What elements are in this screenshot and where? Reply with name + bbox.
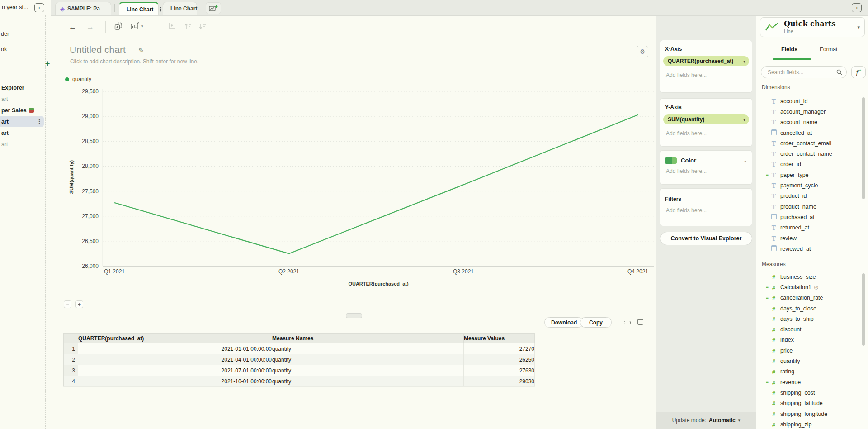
dimension-field-item[interactable]: purchased_at [758, 212, 865, 222]
measure-field-item[interactable]: =#revenue [758, 377, 865, 387]
zoom-in-button[interactable]: + [75, 300, 83, 308]
new-tab-button[interactable] [206, 2, 221, 14]
measure-field-item[interactable]: #quantity [758, 356, 865, 366]
quarter-cell[interactable]: 2021-04-01 00:00:00 [78, 354, 272, 365]
measure-field-item[interactable]: #rating [758, 367, 865, 377]
sidebar-item-clipped[interactable]: der [1, 31, 9, 37]
measure-field-item[interactable]: #index [758, 335, 865, 345]
measure-field-item[interactable]: #days_to_close [758, 303, 865, 314]
y-axis-dropzone[interactable]: Add fields here... [666, 130, 752, 137]
edit-title-icon[interactable]: ✎ [136, 46, 147, 55]
chart-legend[interactable]: quantity [65, 76, 91, 82]
chevron-down-icon[interactable]: ▾ [743, 117, 745, 122]
table-row[interactable]: 22021-04-01 00:00:00quantity26250 [64, 354, 535, 365]
measure-field-item[interactable]: #days_to_ship [758, 314, 865, 324]
tab-menu-icon[interactable]: ⋮ [158, 6, 163, 13]
color-dropzone[interactable]: Add fields here... [666, 168, 752, 174]
sidebar-item-clipped[interactable]: ok [1, 46, 7, 52]
column-header[interactable]: Measure Names [272, 334, 464, 343]
zoom-out-button[interactable]: − [64, 300, 71, 308]
sidebar-item[interactable]: art [0, 138, 44, 150]
dimension-field-item[interactable]: reviewed_at [758, 243, 865, 254]
maximize-results-icon[interactable] [637, 319, 643, 325]
measure-field-item[interactable]: #shipping_longitude [758, 409, 865, 419]
table-row[interactable]: 12021-01-01 00:00:00quantity27270 [64, 343, 535, 354]
sort-descending-button-disabled[interactable] [198, 22, 207, 31]
measure-field-item[interactable]: #shipping_latitude [758, 398, 865, 409]
tab-workbook[interactable]: ◈ SAMPLE: Pa... [55, 2, 111, 15]
search-fields-input[interactable] [767, 69, 832, 76]
tab-fields[interactable]: Fields [781, 46, 797, 52]
sidebar-item[interactable]: art [0, 127, 44, 138]
copy-button[interactable]: Copy [580, 317, 612, 328]
dimension-field-item[interactable]: Torder_contact_name [758, 148, 865, 159]
chart-title[interactable]: Untitled chart [70, 44, 126, 55]
dimensions-scrollbar[interactable] [862, 97, 865, 199]
dimension-field-item[interactable]: Taccount_manager [758, 106, 865, 117]
dimension-field-item[interactable]: Treview [758, 233, 865, 243]
update-mode-value[interactable]: Automatic [709, 417, 736, 424]
swap-axes-button-disabled[interactable] [167, 22, 176, 31]
color-swatch-icon[interactable] [665, 157, 677, 164]
redo-button[interactable]: → [86, 23, 94, 32]
measure-field-item[interactable]: =#cancellation_rate [758, 293, 865, 303]
y-axis-field-pill[interactable]: SUM(quantity) ▾ [663, 114, 749, 124]
chevron-down-icon[interactable]: ▾ [738, 418, 741, 423]
quarter-cell[interactable]: 2021-01-01 00:00:00 [78, 343, 272, 354]
dimension-field-item[interactable]: Torder_id [758, 159, 865, 170]
measures-scrollbar[interactable] [862, 273, 865, 346]
dimension-field-item[interactable]: Torder_contact_email [758, 138, 865, 148]
filters-dropzone[interactable]: Add fields here... [666, 207, 752, 214]
measure-value-cell[interactable]: 27630 [464, 365, 535, 376]
x-axis-dropzone[interactable]: Add fields here... [666, 72, 752, 78]
convert-to-visual-explorer-button[interactable]: Convert to Visual Explorer [660, 232, 752, 245]
measure-name-cell[interactable]: quantity [272, 376, 464, 387]
tab-line-chart[interactable]: Line Chart [163, 2, 197, 15]
quarter-cell[interactable]: 2021-10-01 00:00:00 [78, 376, 272, 387]
dimension-field-item[interactable]: Tproduct_name [758, 201, 865, 212]
dimension-field-item[interactable]: =Tpaper_type [758, 170, 865, 180]
quarter-cell[interactable]: 2021-07-01 00:00:00 [78, 365, 272, 376]
chart-settings-gear-icon[interactable]: ⚙ [637, 46, 648, 57]
measure-field-item[interactable]: #business_size [758, 272, 865, 282]
sort-ascending-button-disabled[interactable] [184, 22, 193, 31]
x-axis-field-pill[interactable]: QUARTER(purchased_at) ▾ [663, 56, 749, 66]
tab-line-chart-active[interactable]: Line Chart ⋮ [119, 2, 159, 15]
tab-format[interactable]: Format [820, 46, 838, 52]
chevron-down-icon[interactable]: ▾ [857, 24, 860, 30]
sidebar-item[interactable]: art [0, 93, 44, 105]
sidebar-item[interactable]: art⋮ [0, 116, 44, 127]
sidebar-item-menu-icon[interactable]: ⋮ [37, 119, 42, 125]
undo-button[interactable]: ← [69, 23, 76, 32]
dimension-field-item[interactable]: Taccount_id [758, 96, 865, 106]
collapse-left-panel-button[interactable]: ‹ [34, 3, 44, 12]
dimension-field-item[interactable]: Treturned_at [758, 223, 865, 233]
chevron-down-icon[interactable]: ▾ [743, 59, 745, 64]
duplicate-element-button[interactable] [114, 22, 123, 31]
chevron-down-icon[interactable]: ⌄ [744, 158, 747, 163]
quick-charts-header[interactable]: Quick charts Line ▾ [760, 17, 865, 37]
measure-field-item[interactable]: =#Calculation1◎ [758, 282, 865, 292]
chart-description-placeholder[interactable]: Click to add chart description. Shift-en… [70, 58, 198, 65]
sidebar-item[interactable]: per Sales [0, 105, 44, 116]
minimize-results-icon[interactable] [624, 321, 631, 324]
column-header[interactable]: QUARTER(purchased_at) [78, 334, 272, 343]
measure-name-cell[interactable]: quantity [272, 354, 464, 365]
search-fields-box[interactable] [761, 66, 847, 78]
table-row[interactable]: 42021-10-01 00:00:00quantity29030 [64, 376, 535, 387]
dimension-field-item[interactable]: Tpayment_cycle [758, 180, 865, 191]
table-row[interactable]: 32021-07-01 00:00:00quantity27630 [64, 365, 535, 376]
dimension-field-item[interactable]: Taccount_name [758, 117, 865, 128]
measure-field-item[interactable]: #price [758, 345, 865, 356]
column-header[interactable]: Measure Values [464, 334, 535, 343]
measure-name-cell[interactable]: quantity [272, 343, 464, 354]
target-icon[interactable]: ◎ [814, 284, 819, 290]
download-button[interactable]: Download [544, 317, 584, 328]
add-element-button[interactable]: + [43, 59, 52, 68]
measure-value-cell[interactable]: 27270 [464, 343, 535, 354]
measure-value-cell[interactable]: 26250 [464, 354, 535, 365]
measure-value-cell[interactable]: 29030 [464, 376, 535, 387]
measure-field-item[interactable]: #shipping_zip [758, 419, 865, 429]
panel-resize-handle[interactable] [346, 313, 362, 318]
dimension-field-item[interactable]: cancelled_at [758, 128, 865, 138]
